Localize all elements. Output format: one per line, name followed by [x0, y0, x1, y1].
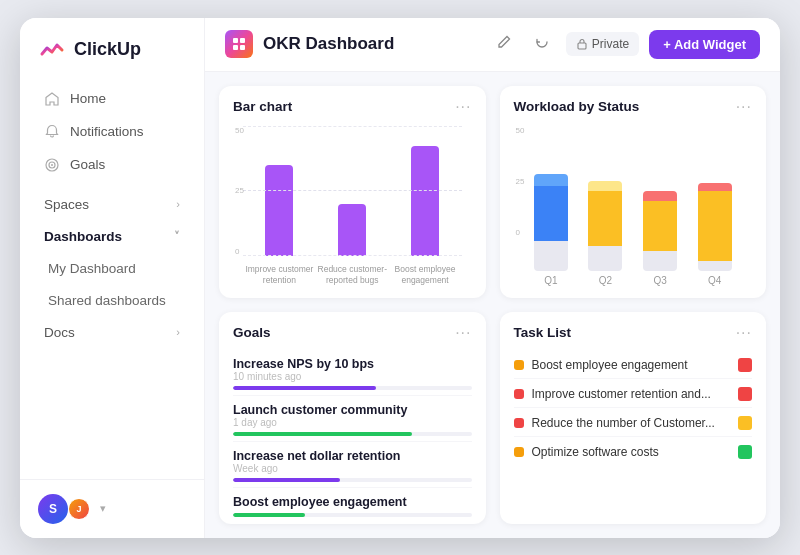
- home-label: Home: [70, 91, 106, 106]
- goal-fill-2: [233, 432, 412, 436]
- q1-seg-bottom: [534, 241, 568, 271]
- task-list-menu[interactable]: ···: [736, 324, 752, 342]
- target-icon: [44, 157, 60, 173]
- task-name-2: Improve customer retention and...: [532, 387, 731, 401]
- task-list-widget: Task List ··· Boost employee engagement …: [500, 312, 767, 524]
- sidebar-item-home[interactable]: Home: [26, 83, 198, 115]
- goals-list: Increase NPS by 10 bps 10 minutes ago La…: [233, 352, 472, 522]
- edit-button[interactable]: [490, 30, 518, 58]
- stacked-x-labels: Q1 Q2 Q3 Q4: [514, 271, 753, 286]
- goal-track-2: [233, 432, 472, 436]
- q4-seg-mid: [698, 191, 732, 261]
- task-item-3[interactable]: Reduce the number of Customer...: [514, 410, 753, 437]
- svg-rect-3: [233, 38, 238, 43]
- goal-track-3: [233, 478, 472, 482]
- private-label: Private: [592, 37, 629, 51]
- goals-menu[interactable]: ···: [455, 324, 471, 342]
- bar-label-1: Improve customerretention: [243, 264, 316, 286]
- bar-3: [411, 146, 439, 256]
- task-dot-3: [514, 418, 524, 428]
- task-list-body: Boost employee engagement Improve custom…: [500, 348, 767, 524]
- bar-chart-area: 50 25 0: [233, 126, 472, 288]
- goal-time-3: Week ago: [233, 463, 472, 474]
- task-dot-4: [514, 447, 524, 457]
- goal-track-1: [233, 386, 472, 390]
- refresh-button[interactable]: [528, 30, 556, 58]
- goal-time-1: 10 minutes ago: [233, 371, 472, 382]
- goal-name-1: Increase NPS by 10 bps: [233, 357, 472, 371]
- task-flag-2: [738, 387, 752, 401]
- docs-chevron: ›: [176, 326, 180, 338]
- y-axis-labels: 50 25 0: [235, 126, 244, 256]
- dashboard-icon: [225, 30, 253, 58]
- sidebar-item-my-dashboard[interactable]: My Dashboard: [26, 253, 198, 284]
- pencil-icon: [496, 34, 512, 50]
- sidebar-item-notifications[interactable]: Notifications: [26, 116, 198, 148]
- grid-line-top: [243, 126, 462, 127]
- bell-icon: [44, 124, 60, 140]
- task-name-1: Boost employee engagement: [532, 358, 731, 372]
- sidebar-navigation: Home Notifications Goals Spaces: [20, 78, 204, 479]
- sidebar-item-docs[interactable]: Docs ›: [26, 317, 198, 348]
- sidebar-item-shared-dashboards[interactable]: Shared dashboards: [26, 285, 198, 316]
- bar-chart-widget: Bar chart ··· 50: [219, 86, 486, 298]
- q3-seg-mid: [643, 201, 677, 251]
- q2-seg-bottom: [588, 246, 622, 271]
- sidebar-footer[interactable]: S J ▾: [20, 479, 204, 538]
- sidebar-item-dashboards[interactable]: Dashboards ˅: [26, 221, 198, 252]
- goal-name-2: Launch customer community: [233, 403, 472, 417]
- q3-seg-bottom: [643, 251, 677, 271]
- docs-label: Docs: [44, 325, 75, 340]
- topbar-actions: Private + Add Widget: [490, 30, 760, 59]
- goals-title: Goals: [233, 325, 271, 340]
- goal-item-2: Launch customer community 1 day ago: [233, 398, 472, 442]
- topbar: OKR Dashboard: [205, 18, 780, 72]
- home-icon: [44, 91, 60, 107]
- task-item-4[interactable]: Optimize software costs: [514, 439, 753, 465]
- x-axis-labels: Improve customerretention Reduce custome…: [233, 256, 472, 286]
- logo-label: ClickUp: [74, 39, 141, 60]
- my-dashboard-label: My Dashboard: [48, 261, 136, 276]
- task-dot-2: [514, 389, 524, 399]
- stacked-group-q4: [687, 183, 742, 271]
- bar-2: [338, 204, 366, 256]
- workload-menu[interactable]: ···: [736, 98, 752, 116]
- svg-rect-7: [578, 43, 586, 49]
- q2-seg-top: [588, 181, 622, 191]
- task-list-header: Task List ···: [500, 312, 767, 348]
- task-list: Boost employee engagement Improve custom…: [514, 352, 753, 465]
- stacked-group-q3: [633, 191, 688, 271]
- goal-item-1: Increase NPS by 10 bps 10 minutes ago: [233, 352, 472, 396]
- avatar-primary: S: [38, 494, 68, 524]
- goal-time-2: 1 day ago: [233, 417, 472, 428]
- task-item-2[interactable]: Improve customer retention and...: [514, 381, 753, 408]
- bar-group-3: [389, 146, 462, 256]
- q1-seg-top: [534, 174, 568, 186]
- dashboards-chevron: ˅: [174, 230, 180, 243]
- private-badge[interactable]: Private: [566, 32, 639, 56]
- avatar-secondary: J: [68, 498, 90, 520]
- sidebar-item-spaces[interactable]: Spaces ›: [26, 189, 198, 220]
- task-item-1[interactable]: Boost employee engagement: [514, 352, 753, 379]
- dashboards-label: Dashboards: [44, 229, 122, 244]
- bar-label-2: Reduce customer-reported bugs: [316, 264, 389, 286]
- sidebar-item-goals[interactable]: Goals: [26, 149, 198, 181]
- workload-header: Workload by Status ···: [500, 86, 767, 122]
- goal-item-4: Boost employee engagement: [233, 490, 472, 522]
- task-flag-1: [738, 358, 752, 372]
- page-title: OKR Dashboard: [263, 34, 480, 54]
- stacked-group-q1: [524, 174, 579, 271]
- x-label-q1: Q1: [524, 271, 579, 286]
- main-content: OKR Dashboard: [205, 18, 780, 538]
- grid-icon: [231, 36, 247, 52]
- q2-seg-mid: [588, 191, 622, 246]
- bar-chart-menu[interactable]: ···: [455, 98, 471, 116]
- svg-rect-6: [240, 45, 245, 50]
- logo-area[interactable]: ClickUp: [20, 18, 204, 78]
- workload-body: 50 25 0: [500, 122, 767, 298]
- task-flag-4: [738, 445, 752, 459]
- add-widget-button[interactable]: + Add Widget: [649, 30, 760, 59]
- goal-track-4: [233, 513, 472, 517]
- q3-seg-top: [643, 191, 677, 201]
- svg-rect-5: [233, 45, 238, 50]
